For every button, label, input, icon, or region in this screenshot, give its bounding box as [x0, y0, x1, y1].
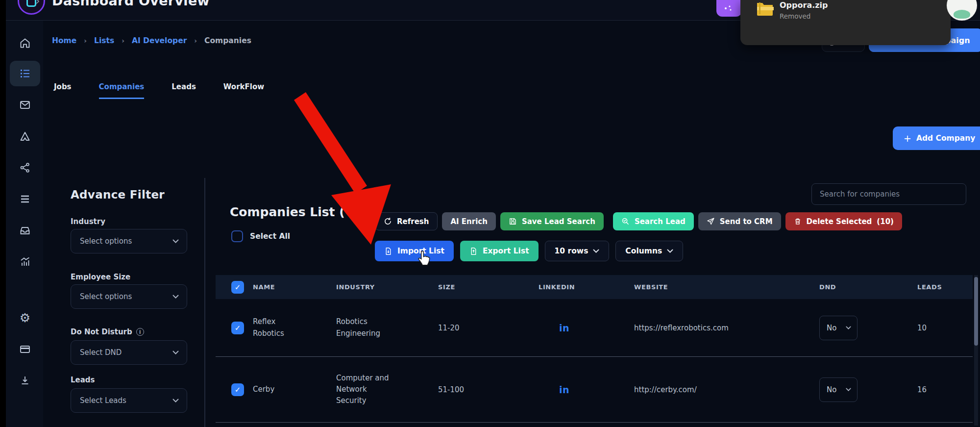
refresh-label: Refresh	[397, 217, 429, 226]
sidebar-item-inbox[interactable]	[10, 218, 40, 243]
cell-name: Cerby	[253, 384, 302, 395]
add-company-label: Add Company	[916, 134, 975, 143]
columns-select[interactable]: Columns	[615, 241, 683, 261]
chevron-down-icon	[172, 399, 179, 403]
chevron-down-icon	[172, 295, 179, 299]
save-icon	[509, 217, 517, 226]
column-header-industry: INDUSTRY	[336, 283, 438, 291]
zip-file-icon	[756, 1, 774, 16]
sidebar-item-integrations[interactable]	[10, 155, 40, 180]
ai-assistant-button[interactable]	[716, 0, 742, 17]
chevron-down-icon	[846, 326, 851, 330]
sidebar-item-analytics[interactable]	[10, 249, 40, 275]
tab-leads[interactable]: Leads	[172, 82, 196, 99]
dnd-row-select[interactable]: No	[819, 316, 858, 340]
sidebar-item-settings[interactable]: ⚙	[10, 305, 40, 330]
leads-filter-select-value: Select Leads	[80, 396, 126, 405]
sidebar-item-menu[interactable]	[10, 186, 40, 212]
breadcrumb-home[interactable]: Home	[52, 36, 76, 45]
company-search	[811, 183, 966, 205]
send-icon	[707, 217, 715, 226]
table-row: ✓ Reflex Robotics Robotics Engineering 1…	[216, 299, 973, 357]
sidebar-item-mail[interactable]	[10, 92, 40, 118]
lists-icon	[19, 68, 31, 79]
export-list-button[interactable]: Export List	[460, 241, 539, 261]
download-status: Removed	[780, 12, 810, 20]
inbox-icon	[19, 225, 31, 236]
companies-list-title: Companies List (	[230, 205, 345, 219]
download-notification-popup[interactable]: Oppora.zip Removed	[740, 0, 951, 45]
ai-enrich-button[interactable]: AI Enrich	[442, 212, 495, 230]
file-export-icon	[469, 247, 478, 255]
refresh-button[interactable]: Refresh	[375, 212, 438, 230]
linkedin-icon[interactable]: in	[559, 323, 569, 333]
row-checkbox[interactable]: ✓	[231, 383, 244, 396]
employee-size-select-value: Select options	[80, 292, 132, 301]
save-lead-search-label: Save Lead Search	[522, 217, 595, 226]
tab-companies[interactable]: Companies	[99, 82, 145, 99]
header-checkbox[interactable]: ✓	[231, 281, 244, 294]
dnd-row-select[interactable]: No	[819, 377, 858, 402]
check-icon: ✓	[235, 324, 241, 332]
employee-size-select[interactable]: Select options	[71, 284, 187, 309]
add-company-button[interactable]: + Add Company	[893, 126, 980, 150]
breadcrumb-current-companies: Companies	[204, 36, 251, 45]
tab-jobs[interactable]: Jobs	[54, 82, 72, 99]
columns-select-value: Columns	[625, 247, 662, 255]
check-icon: ✓	[235, 283, 241, 292]
export-list-label: Export List	[483, 247, 529, 255]
sidebar-item-lists[interactable]	[10, 61, 40, 86]
trash-icon	[794, 217, 802, 226]
sidebar-item-downloads[interactable]	[10, 368, 40, 393]
linkedin-icon[interactable]: in	[559, 384, 569, 395]
dnd-filter-select[interactable]: Select DND	[71, 340, 187, 365]
company-search-input[interactable]	[811, 183, 966, 205]
avatar-graphic	[954, 10, 970, 19]
home-icon	[19, 37, 31, 49]
row-checkbox[interactable]: ✓	[231, 322, 244, 334]
download-filename: Oppora.zip	[780, 0, 828, 10]
gear-icon: ⚙	[20, 312, 30, 324]
breadcrumb: Home › Lists › AI Developer › Companies	[52, 36, 251, 45]
dnd-row-value: No	[827, 385, 836, 394]
delete-selected-count: (10)	[877, 217, 894, 226]
breadcrumb-separator-icon: ›	[194, 37, 197, 45]
chevron-down-icon	[172, 351, 179, 355]
list-toolbar-row2: Import List Export List 10 rows Columns	[375, 241, 683, 261]
table-row: ✓ Cerby Computer and Network Security 51…	[216, 357, 973, 423]
sidebar-item-billing[interactable]	[10, 336, 40, 362]
search-lead-button[interactable]: Search Lead	[613, 212, 694, 230]
tab-workflow[interactable]: WorkFlow	[223, 82, 264, 99]
cell-leads: 10	[917, 324, 973, 332]
cell-website: http://cerby.com/	[634, 385, 819, 394]
ai-enrich-label: AI Enrich	[450, 217, 487, 226]
breadcrumb-lists[interactable]: Lists	[94, 36, 114, 45]
analytics-icon	[19, 256, 31, 268]
dnd-filter-select-value: Select DND	[80, 348, 122, 357]
select-all-control[interactable]: Select All	[231, 230, 290, 242]
file-import-icon	[384, 247, 392, 255]
rows-per-page-select[interactable]: 10 rows	[545, 241, 610, 261]
sidebar-item-campaigns[interactable]	[10, 124, 40, 149]
employee-size-label: Employee Size	[71, 273, 187, 281]
breadcrumb-ai-developer[interactable]: AI Developer	[132, 36, 187, 45]
leads-filter-select[interactable]: Select Leads	[71, 388, 187, 413]
select-all-checkbox[interactable]	[231, 230, 243, 242]
save-lead-search-button[interactable]: Save Lead Search	[500, 212, 604, 230]
column-header-linkedin: LINKEDIN	[539, 283, 634, 291]
import-list-button[interactable]: Import List	[375, 241, 454, 261]
send-to-crm-button[interactable]: Send to CRM	[698, 212, 781, 230]
search-check-icon	[621, 217, 630, 226]
page-title: Dashboard Overview	[52, 0, 210, 8]
scrollbar-thumb[interactable]	[974, 277, 978, 346]
leads-label: Leads	[71, 376, 187, 384]
title-chevron-icon: ›	[35, 0, 40, 8]
cell-industry: Robotics Engineering	[336, 316, 399, 339]
chevron-down-icon	[172, 239, 179, 244]
sparkle-icon	[723, 4, 735, 12]
download-icon	[19, 375, 31, 386]
sidebar-item-home[interactable]	[10, 30, 40, 56]
delete-selected-button[interactable]: Delete Selected (10)	[785, 212, 902, 230]
industry-select[interactable]: Select options	[71, 229, 187, 253]
credit-card-icon	[19, 343, 31, 355]
